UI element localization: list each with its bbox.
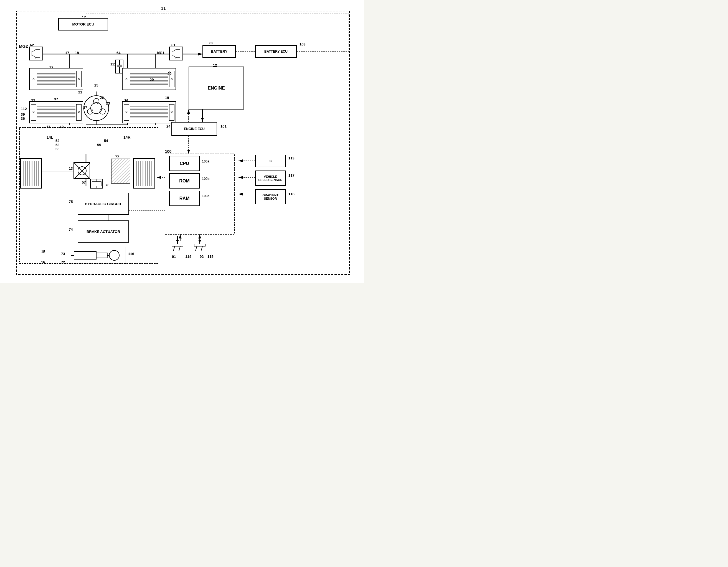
ref-26: 26 (124, 98, 128, 103)
svg-marker-20 (239, 159, 243, 162)
ref-102: 17 (82, 15, 86, 19)
ref-56: 56 (55, 147, 59, 151)
ref-11: 11 (161, 6, 166, 11)
ref-20: 20 (150, 78, 154, 82)
ref-39: 39 (21, 112, 25, 116)
ref-32: 32 (49, 65, 53, 69)
ref-18: 18 (75, 51, 79, 55)
ref-116: 116 (128, 252, 134, 256)
svg-rect-87 (172, 244, 183, 246)
svg-marker-46 (198, 53, 202, 55)
ref-113: 113 (288, 156, 295, 160)
ref-24: 24 (166, 124, 170, 128)
svg-marker-17 (201, 118, 204, 122)
diagram: 11 MOTOR ECU 17 BATTERY ECU 103 BATTERY … (0, 0, 364, 283)
svg-marker-92 (176, 240, 179, 243)
ref-25: 25 (94, 83, 98, 87)
svg-line-95 (201, 246, 202, 251)
ref-100: 100 (165, 149, 171, 154)
ref-100b: 100b (202, 177, 209, 181)
ref-13: 13 (69, 166, 73, 171)
ref-51: 51 (47, 125, 50, 129)
ref-57: 57 (82, 180, 86, 184)
ref-115: 115 (207, 255, 214, 259)
svg-point-71 (93, 98, 99, 104)
ref-29: 29 (168, 72, 171, 76)
ref-36: 36 (21, 116, 25, 121)
ref-40: 40 (60, 125, 64, 129)
accelerator-pedal (171, 236, 186, 252)
motor-ecu-box: MOTOR ECU (58, 18, 108, 30)
svg-marker-98 (198, 240, 201, 243)
svg-line-94 (196, 246, 197, 251)
ref-52: 52 (55, 139, 59, 143)
ref-14R: 14R (123, 135, 131, 139)
ref-92: 92 (200, 255, 204, 259)
svg-line-60 (172, 49, 176, 52)
ref-101: 101 (220, 124, 227, 128)
ref-61: 61 (171, 43, 175, 47)
svg-line-88 (173, 246, 175, 251)
svg-rect-93 (194, 244, 205, 246)
ref-64: 64 (116, 51, 120, 55)
mg1-stator-upper: × × (122, 68, 176, 90)
svg-rect-82 (74, 251, 96, 259)
ref-114: 114 (185, 255, 191, 259)
ref-23: 23 (106, 101, 110, 105)
left-wheel (20, 158, 42, 189)
engine-ecu-box: ENGINE ECU (171, 122, 217, 136)
rom-box: ROM (169, 173, 200, 189)
ref-75: 75 (69, 200, 73, 204)
brake-actuator-box: BRAKE ACTUATOR (78, 220, 129, 243)
mg2-inverter (29, 47, 43, 60)
ref-15: 15 (41, 250, 45, 254)
svg-marker-26 (157, 176, 161, 179)
mg2-label: MG2 (19, 44, 28, 49)
ref-21: 21 (78, 90, 82, 94)
ref-76: 76 (105, 183, 109, 187)
svg-point-84 (109, 250, 119, 260)
ref-37: 37 (54, 97, 58, 101)
ref-74: 74 (69, 227, 73, 232)
ref-12: 12 (213, 63, 217, 67)
svg-line-61 (172, 55, 176, 58)
ref-63: 63 (209, 41, 213, 45)
svg-marker-64 (176, 57, 177, 59)
right-wheel (133, 158, 155, 189)
svg-point-69 (84, 96, 109, 121)
mg2-stator-upper: × × (29, 68, 83, 90)
hydraulic-actuator-small (90, 179, 103, 189)
differential (73, 162, 90, 179)
ref-22: 22 (100, 96, 104, 100)
ref-73: 73 (61, 252, 65, 256)
vehicle-speed-sensor-box: VEHICLESPEED SENSOR (255, 171, 286, 186)
ref-72: 72 (61, 260, 65, 264)
mg1-stator-lower: × × (122, 101, 176, 123)
battery-box: BATTERY (202, 45, 236, 58)
ref-54: 54 (104, 139, 108, 143)
cpu-box: CPU (169, 156, 200, 171)
brake-right (111, 159, 130, 184)
ref-100c: 100c (202, 194, 209, 198)
ref-112: 112 (21, 107, 27, 111)
ref-100a: 100a (202, 159, 209, 163)
ref-118: 118 (288, 192, 295, 196)
ref-117: 117 (288, 173, 295, 177)
svg-line-89 (179, 246, 180, 251)
ref-53: 53 (55, 143, 59, 147)
master-cylinder (71, 247, 126, 263)
ram-box: RAM (169, 191, 200, 206)
svg-marker-12 (187, 110, 190, 114)
svg-rect-79 (92, 182, 101, 186)
svg-marker-58 (35, 57, 37, 59)
ref-55: 55 (97, 143, 101, 147)
hydraulic-circuit-box: HYDRAULIC CIRCUIT (78, 193, 129, 215)
battery-ecu-box: BATTERY ECU (255, 45, 297, 58)
engine-box: ENGINE (189, 67, 244, 110)
svg-marker-24 (239, 193, 243, 195)
ref-77: 77 (115, 155, 119, 159)
ref-91: 91 (172, 255, 176, 259)
ref-103: 103 (300, 42, 306, 46)
ref-19: 19 (165, 96, 169, 100)
svg-line-55 (32, 55, 36, 58)
